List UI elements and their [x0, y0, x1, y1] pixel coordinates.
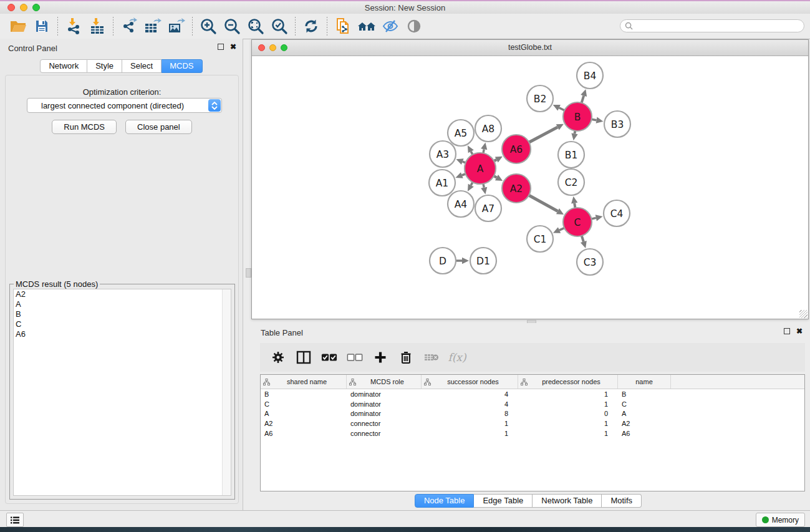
cell[interactable]: 4 — [422, 390, 518, 398]
table-tabs: Node TableEdge TableNetwork TableMotifs — [246, 494, 810, 508]
node-label-C2: C2 — [565, 177, 578, 188]
cell[interactable]: A2 — [261, 420, 347, 427]
node-label-A6: A6 — [510, 144, 523, 155]
close-table-panel-icon[interactable]: ✖ — [796, 328, 803, 334]
delete-column-button[interactable] — [398, 349, 414, 365]
cell[interactable]: B — [618, 390, 671, 398]
table-settings-button[interactable] — [270, 349, 286, 365]
cell[interactable]: connector — [347, 420, 422, 427]
export-network-button[interactable] — [117, 16, 141, 37]
column-header-successor-nodes[interactable]: successor nodes — [422, 375, 518, 389]
cell[interactable]: C — [618, 400, 671, 408]
add-column-button[interactable] — [372, 349, 388, 365]
tab-edge-table[interactable]: Edge Table — [474, 494, 533, 508]
export-table-button[interactable] — [141, 16, 165, 37]
deselect-all-button[interactable] — [347, 349, 363, 365]
float-table-panel-icon[interactable] — [784, 328, 790, 334]
open-file-button[interactable] — [6, 16, 30, 37]
cell[interactable]: 1 — [422, 420, 518, 427]
select-all-icon — [321, 353, 337, 362]
cell[interactable]: A — [618, 410, 671, 417]
cell[interactable]: A2 — [618, 420, 671, 427]
cell[interactable]: 1 — [518, 420, 618, 427]
cell[interactable]: dominator — [347, 410, 422, 417]
network-graph[interactable]: B4B2BB3A8A5A6B1A3AC2A1A2A4A7C4CC1DD1C3 — [252, 56, 808, 319]
table-row[interactable]: A2connector11A2 — [261, 418, 804, 428]
node-label-A5: A5 — [455, 128, 467, 139]
select-all-button[interactable] — [321, 349, 337, 365]
zoom-selected-button[interactable] — [268, 16, 291, 37]
cell[interactable]: 4 — [422, 400, 518, 408]
column-header-shared-name[interactable]: shared name — [261, 375, 347, 389]
folder-open-icon — [9, 19, 27, 34]
cell[interactable]: 1 — [518, 400, 618, 408]
table-row[interactable]: A6connector11A6 — [261, 428, 804, 438]
cell[interactable]: 1 — [518, 390, 618, 398]
column-header-name[interactable]: name — [618, 375, 671, 389]
node-table[interactable]: shared nameMCDS rolesuccessor nodesprede… — [260, 374, 805, 491]
cell[interactable]: B — [261, 390, 347, 398]
close-panel-button[interactable]: Close panel — [125, 120, 192, 134]
vertical-splitter-handle[interactable] — [246, 268, 251, 278]
clone-network-button[interactable] — [331, 16, 355, 37]
window-resize-grip[interactable] — [799, 310, 808, 318]
result-list-item[interactable]: A — [14, 299, 231, 309]
cell[interactable]: A6 — [261, 430, 347, 437]
run-mcds-button[interactable]: Run MCDS — [52, 120, 117, 134]
table-row[interactable]: Cdominator41C — [261, 399, 804, 409]
tab-style[interactable]: Style — [87, 59, 122, 73]
cell[interactable]: 1 — [518, 430, 618, 437]
cell[interactable]: 1 — [422, 430, 518, 437]
home-button[interactable] — [355, 16, 378, 37]
cell[interactable]: dominator — [347, 400, 422, 408]
result-list-item[interactable]: B — [14, 309, 231, 319]
cell[interactable]: A6 — [618, 430, 671, 437]
import-table-button[interactable] — [85, 16, 109, 37]
tab-network[interactable]: Network — [40, 59, 87, 73]
cell[interactable]: 0 — [518, 410, 618, 417]
float-panel-icon[interactable] — [218, 44, 224, 50]
close-panel-icon[interactable]: ✖ — [230, 44, 236, 50]
save-session-button[interactable] — [30, 16, 54, 37]
show-panels-button[interactable] — [6, 513, 24, 527]
column-type-icon — [263, 379, 270, 385]
import-network-button[interactable] — [62, 16, 85, 37]
tab-motifs[interactable]: Motifs — [602, 494, 642, 508]
cell[interactable]: C — [261, 400, 347, 408]
result-list-item[interactable]: A6 — [14, 329, 231, 339]
result-scrollbar[interactable] — [222, 289, 231, 495]
criterion-select[interactable]: largest connected component (directed) — [27, 98, 222, 113]
search-box[interactable] — [620, 19, 804, 32]
cell[interactable]: A — [261, 410, 347, 417]
result-list-item[interactable]: A2 — [14, 289, 231, 299]
table-row[interactable]: Bdominator41B — [261, 389, 804, 399]
column-browser-button[interactable] — [296, 349, 312, 365]
tab-network-table[interactable]: Network Table — [533, 494, 602, 508]
cell[interactable]: connector — [347, 430, 422, 437]
mcds-result-list[interactable]: A2ABCA6 — [13, 289, 231, 496]
zoom-fit-button[interactable] — [244, 16, 268, 37]
network-canvas[interactable]: B4B2BB3A8A5A6B1A3AC2A1A2A4A7C4CC1DD1C3 — [252, 56, 808, 319]
column-header-MCDS-role[interactable]: MCDS role — [347, 375, 422, 389]
node-label-C3: C3 — [584, 257, 597, 268]
column-header-predecessor-nodes[interactable]: predecessor nodes — [518, 375, 618, 389]
show-view-button[interactable] — [402, 16, 426, 37]
cell[interactable]: 8 — [422, 410, 518, 417]
delete-table-icon — [424, 352, 439, 362]
cell[interactable]: dominator — [347, 390, 422, 398]
network-window-titlebar[interactable]: testGlobe.txt — [252, 40, 808, 56]
hide-annotations-button[interactable] — [378, 16, 402, 37]
refresh-button[interactable] — [299, 16, 323, 37]
table-row[interactable]: Adominator80A — [261, 409, 804, 419]
result-list-item[interactable]: C — [14, 319, 231, 329]
tab-select[interactable]: Select — [122, 59, 162, 73]
edge-arrowhead — [462, 258, 469, 264]
zoom-in-button[interactable] — [196, 16, 220, 37]
zoom-fit-icon — [247, 17, 264, 35]
zoom-out-button[interactable] — [220, 16, 244, 37]
tab-mcds[interactable]: MCDS — [162, 59, 202, 73]
memory-button[interactable]: Memory — [756, 513, 805, 527]
search-input[interactable] — [635, 21, 804, 31]
export-image-button[interactable] — [165, 16, 188, 37]
tab-node-table[interactable]: Node Table — [415, 494, 475, 508]
